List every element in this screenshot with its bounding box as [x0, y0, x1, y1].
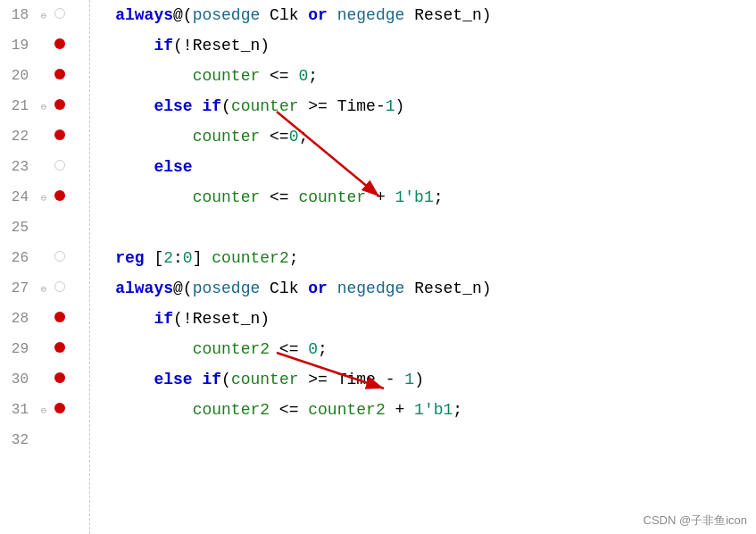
breakpoint-area[interactable] — [52, 311, 68, 327]
line-row: 24 ⊖ counter <= counter + 1'b1; — [0, 182, 756, 213]
code-text: if(!Reset_n) — [68, 37, 756, 54]
breakpoint-area[interactable] — [52, 189, 68, 205]
code-text: else if(counter >= Time - 1) — [68, 371, 756, 388]
breakpoint-area[interactable] — [52, 341, 68, 357]
line-row: 28 if(!Reset_n) — [0, 304, 756, 334]
line-row: 31 ⊖ counter2 <= counter2 + 1'b1; — [0, 395, 756, 425]
line-number: 32 — [0, 432, 36, 448]
line-row: 26 reg [2:0] counter2; — [0, 243, 756, 273]
line-row: 19 if(!Reset_n) — [0, 30, 756, 61]
breakpoint-area[interactable] — [52, 98, 68, 114]
line-row: 30 else if(counter >= Time - 1) — [0, 364, 756, 395]
line-number: 25 — [0, 220, 36, 236]
line-row: 23 else — [0, 152, 756, 182]
breakpoint-area[interactable] — [52, 68, 68, 84]
line-row: 18 ⊖ always@(posedge Clk or negedge Rese… — [0, 0, 756, 30]
code-text: if(!Reset_n) — [68, 310, 756, 328]
code-text: always@(posedge Clk or negedge Reset_n) — [68, 6, 756, 24]
code-text: counter <=0; — [68, 128, 756, 146]
code-text: counter <= 0; — [68, 67, 756, 85]
line-number: 27 — [0, 280, 36, 296]
line-number: 26 — [0, 250, 36, 266]
breakpoint-area — [52, 250, 68, 266]
line-number: 22 — [0, 129, 36, 145]
line-row: 25 — [0, 213, 756, 243]
line-row: 22 counter <=0; — [0, 121, 756, 152]
breakpoint-area[interactable] — [52, 129, 68, 145]
breakpoint-area[interactable] — [52, 371, 68, 388]
code-text: reg [2:0] counter2; — [68, 249, 756, 267]
line-number: 19 — [0, 38, 36, 54]
code-container: 18 ⊖ always@(posedge Clk or negedge Rese… — [0, 0, 756, 534]
code-text: else if(counter >= Time-1) — [68, 97, 756, 115]
line-row: 20 counter <= 0; — [0, 61, 756, 91]
code-text: else — [68, 158, 756, 176]
line-number: 29 — [0, 341, 36, 357]
line-row: 21 ⊖ else if(counter >= Time-1) — [0, 91, 756, 121]
line-number: 24 — [0, 189, 36, 205]
line-number: 20 — [0, 68, 36, 84]
breakpoint-area — [52, 280, 68, 296]
code-text: counter2 <= 0; — [68, 340, 756, 358]
watermark: CSDN @子非鱼icon — [644, 513, 748, 529]
code-text: counter <= counter + 1'b1; — [68, 188, 756, 206]
fold-icon[interactable]: ⊖ — [36, 101, 52, 113]
code-text: counter2 <= counter2 + 1'b1; — [68, 401, 756, 419]
line-number: 28 — [0, 311, 36, 327]
line-number: 21 — [0, 98, 36, 114]
breakpoint-area[interactable] — [52, 7, 68, 23]
code-text: always@(posedge Clk or negedge Reset_n) — [68, 280, 756, 297]
line-number: 30 — [0, 371, 36, 388]
line-row: 27 ⊖ always@(posedge Clk or negedge Rese… — [0, 273, 756, 304]
line-number: 31 — [0, 402, 36, 418]
fold-icon[interactable]: ⊖ — [36, 10, 52, 21]
line-row: 32 — [0, 425, 756, 455]
line-number: 23 — [0, 159, 36, 175]
line-number: 18 — [0, 7, 36, 23]
fold-icon[interactable]: ⊖ — [36, 283, 52, 295]
breakpoint-area[interactable] — [52, 38, 68, 54]
breakpoint-area[interactable] — [52, 402, 68, 418]
line-row: 29 counter2 <= 0; — [0, 334, 756, 364]
breakpoint-area — [52, 159, 68, 175]
fold-icon[interactable]: ⊖ — [36, 192, 52, 204]
fold-icon[interactable]: ⊖ — [36, 405, 52, 416]
